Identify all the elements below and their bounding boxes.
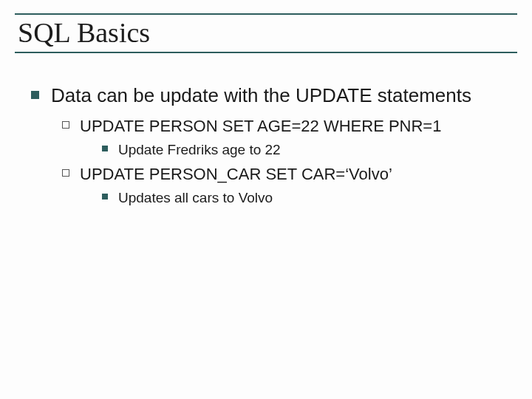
level-3-text: Update Fredriks age to 22 [118,141,281,159]
level-2-text: UPDATE PERSON_CAR SET CAR=‘Volvo’ [80,164,392,185]
slide-title-block: SQL Basics [0,0,532,58]
hollow-square-bullet-icon [62,169,69,177]
title-rule-top [15,13,517,15]
hollow-square-bullet-icon [62,121,69,129]
level-1-text: Data can be update with the UPDATE state… [51,84,471,107]
small-square-bullet-icon [102,194,108,200]
small-square-bullet-icon [102,146,108,151]
square-bullet-icon [31,91,39,99]
bullet-level-2: UPDATE PERSON_CAR SET CAR=‘Volvo’ [15,164,517,185]
level-2-text: UPDATE PERSON SET AGE=22 WHERE PNR=1 [80,116,441,137]
bullet-level-2: UPDATE PERSON SET AGE=22 WHERE PNR=1 [15,116,517,137]
title-rule-bottom [15,52,517,53]
level-3-text: Updates all cars to Volvo [118,189,273,207]
slide-content: Data can be update with the UPDATE state… [0,58,532,207]
bullet-level-3: Update Fredriks age to 22 [15,141,517,159]
slide-title: SQL Basics [15,16,517,52]
bullet-level-1: Data can be update with the UPDATE state… [15,84,517,107]
bullet-level-3: Updates all cars to Volvo [15,189,517,207]
